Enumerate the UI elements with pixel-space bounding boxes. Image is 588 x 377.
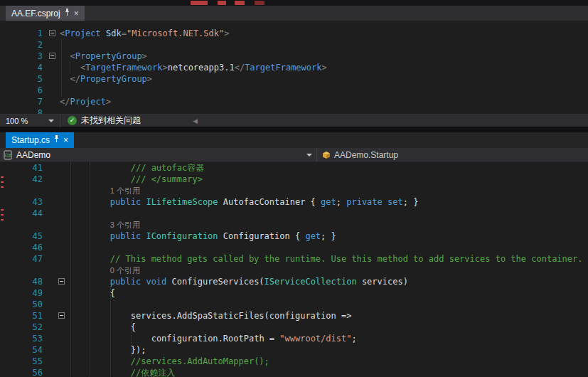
outlining-margin bbox=[44, 85, 60, 96]
pin-icon[interactable] bbox=[64, 9, 70, 18]
xml-editor[interactable]: 1<Project Sdk="Microsoft.NET.Sdk">23<Pro… bbox=[0, 21, 588, 114]
member-name: AADemo.Startup bbox=[334, 150, 398, 160]
line-number: 41 bbox=[0, 162, 44, 174]
code-line[interactable]: 48public void ConfigureServices(IService… bbox=[0, 276, 588, 287]
code-line[interactable]: 45public IConfiguration Configuration { … bbox=[0, 230, 588, 242]
code-line[interactable]: 42/// </summary> bbox=[0, 174, 588, 185]
code-text: public void ConfigureServices(IServiceCo… bbox=[69, 276, 408, 287]
code-text: /// autofac容器 bbox=[69, 162, 204, 174]
codelens-row[interactable]: 3 个引用 bbox=[0, 219, 588, 230]
outlining-margin bbox=[44, 253, 69, 265]
outlining-margin bbox=[44, 367, 69, 377]
edge-mark bbox=[1, 176, 4, 178]
zoom-level: 100 % bbox=[6, 117, 28, 125]
edge-mark bbox=[1, 186, 4, 188]
collapse-box-icon[interactable] bbox=[49, 53, 55, 59]
code-line[interactable]: 41/// autofac容器 bbox=[0, 162, 588, 174]
outlining-margin bbox=[44, 185, 69, 196]
code-text: public IConfiguration Configuration { ge… bbox=[69, 230, 336, 242]
code-text: configuration.RootPath = "wwwroot/dist"; bbox=[69, 333, 357, 344]
line-number: 55 bbox=[0, 356, 44, 367]
code-line[interactable]: 53configuration.RootPath = "wwwroot/dist… bbox=[0, 333, 588, 344]
codelens-references-link[interactable]: 0 个引用 bbox=[69, 265, 140, 276]
collapse-box-icon[interactable] bbox=[58, 312, 65, 319]
tab-label: Startup.cs bbox=[11, 135, 50, 145]
outlining-margin bbox=[44, 310, 69, 322]
line-number: 56 bbox=[0, 367, 44, 377]
code-line[interactable]: 4<TargetFramework>netcoreapp3.1</TargetF… bbox=[0, 62, 588, 73]
code-line[interactable]: 47// This method gets called by the runt… bbox=[0, 253, 588, 265]
health-check-icon[interactable]: ✓ bbox=[68, 116, 77, 125]
line-number: 48 bbox=[0, 276, 44, 287]
codelens-references-link[interactable]: 3 个引用 bbox=[69, 219, 140, 230]
outlining-margin bbox=[44, 242, 69, 253]
line-number: 50 bbox=[0, 299, 44, 310]
code-line[interactable]: 50 bbox=[0, 299, 588, 310]
code-line[interactable]: 52{ bbox=[0, 322, 588, 333]
code-text: <Project Sdk="Microsoft.NET.Sdk"> bbox=[60, 28, 229, 39]
code-line[interactable]: 44 bbox=[0, 208, 588, 219]
code-line[interactable]: 46 bbox=[0, 242, 588, 253]
pin-icon[interactable] bbox=[53, 135, 60, 145]
codelens-row[interactable]: 1 个引用 bbox=[0, 185, 588, 196]
edge-mark bbox=[1, 181, 4, 183]
project-dropdown[interactable]: C# AADemo bbox=[0, 148, 316, 161]
csharp-project-icon: C# bbox=[4, 150, 13, 160]
code-line[interactable]: 7</Project> bbox=[0, 96, 588, 107]
code-line[interactable]: 8 bbox=[0, 107, 588, 114]
code-line[interactable]: 5</PropertyGroup> bbox=[0, 73, 588, 85]
collapse-box-icon[interactable] bbox=[58, 278, 65, 285]
close-icon[interactable]: × bbox=[63, 136, 68, 144]
toolbar-fragment-icon bbox=[191, 1, 208, 5]
outlining-margin bbox=[44, 276, 69, 287]
outlining-margin bbox=[44, 162, 69, 174]
line-number: 51 bbox=[0, 310, 44, 322]
line-number: 7 bbox=[0, 96, 44, 107]
window-splitter[interactable] bbox=[0, 127, 588, 132]
code-line[interactable]: 3<PropertyGroup> bbox=[0, 51, 588, 62]
close-icon[interactable]: × bbox=[74, 9, 79, 18]
line-number bbox=[0, 265, 44, 276]
code-line[interactable]: 49{ bbox=[0, 287, 588, 299]
code-text: <PropertyGroup> bbox=[60, 51, 147, 62]
line-number: 54 bbox=[0, 344, 44, 356]
code-text: </Project> bbox=[60, 96, 111, 107]
code-text: { bbox=[69, 322, 136, 333]
edge-mark bbox=[1, 214, 4, 216]
zoom-control[interactable]: 100 % bbox=[0, 115, 60, 127]
scrollbar-left-arrow[interactable]: ◀ bbox=[193, 115, 198, 127]
code-line[interactable]: 51services.AddSpaStaticFiles(configurati… bbox=[0, 310, 588, 322]
toolbar-sliver bbox=[0, 0, 588, 6]
code-line[interactable]: 56//依赖注入 bbox=[0, 367, 588, 377]
codelens-references-link[interactable]: 1 个引用 bbox=[69, 185, 140, 196]
code-line[interactable]: 55//services.AddAutoMapper(); bbox=[0, 356, 588, 367]
code-text: }); bbox=[69, 344, 146, 356]
code-line[interactable]: 43public ILifetimeScope AutofacContainer… bbox=[0, 196, 588, 208]
bottom-document-pane: Startup.cs × C# AADemo AADemo.Start bbox=[0, 132, 588, 377]
line-number: 53 bbox=[0, 333, 44, 344]
tab-startup-cs[interactable]: Startup.cs × bbox=[6, 132, 74, 148]
editor-status-bar: 100 % ✓ 未找到相关问题 ◀ bbox=[0, 114, 588, 127]
class-icon bbox=[322, 151, 331, 159]
collapse-box-icon[interactable] bbox=[49, 30, 55, 36]
edge-mark bbox=[1, 219, 4, 221]
codelens-row[interactable]: 0 个引用 bbox=[0, 265, 588, 276]
code-line[interactable]: 54}); bbox=[0, 344, 588, 356]
svg-text:C#: C# bbox=[5, 153, 11, 158]
code-line[interactable]: 1<Project Sdk="Microsoft.NET.Sdk"> bbox=[0, 28, 588, 39]
outlining-margin bbox=[44, 28, 60, 39]
top-tab-bar: AA.EF.csproj × bbox=[0, 6, 588, 21]
line-number: 4 bbox=[0, 62, 44, 73]
outlining-margin bbox=[44, 73, 60, 85]
toolbar-fragment-icon bbox=[218, 1, 226, 5]
health-message: 未找到相关问题 bbox=[81, 115, 141, 127]
code-line[interactable]: 6 bbox=[0, 85, 588, 96]
tab-aaef-csproj[interactable]: AA.EF.csproj × bbox=[6, 6, 85, 21]
code-text: <TargetFramework>netcoreapp3.1</TargetFr… bbox=[60, 62, 327, 73]
outlining-margin bbox=[44, 107, 60, 114]
toolbar-fragment-icon bbox=[255, 1, 264, 5]
csharp-editor[interactable]: 41/// autofac容器42/// </summary>1 个引用43pu… bbox=[0, 162, 588, 377]
code-line[interactable]: 2 bbox=[0, 39, 588, 51]
line-number: 8 bbox=[0, 107, 44, 114]
member-dropdown[interactable]: AADemo.Startup bbox=[317, 148, 588, 161]
